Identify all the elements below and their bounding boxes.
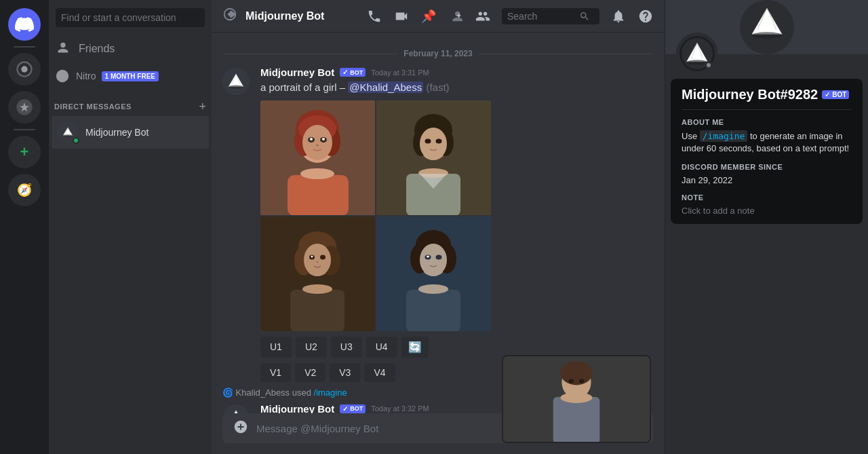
svg-point-12: [302, 125, 332, 160]
date-text: February 11, 2023: [403, 49, 472, 58]
add-friend-icon[interactable]: [448, 8, 464, 24]
profile-name-row: Midjourney Bot#9282 ✓ BOT: [682, 87, 852, 102]
about-me-title: ABOUT ME: [682, 118, 852, 126]
u2-button[interactable]: U2: [296, 337, 327, 358]
message-prefix: a portrait of a girl: [260, 81, 337, 93]
profile-card: Midjourney Bot#9282 ✓ BOT ABOUT ME Use /…: [671, 79, 863, 224]
date-separator: February 11, 2023: [212, 43, 665, 64]
video-icon[interactable]: [393, 8, 410, 24]
portrait-2[interactable]: [376, 100, 491, 215]
v4-button[interactable]: V4: [364, 363, 395, 382]
profile-username: Midjourney Bot#9282: [682, 87, 818, 102]
svg-point-19: [300, 168, 334, 179]
portrait-3[interactable]: [260, 216, 375, 331]
svg-point-49: [436, 254, 442, 259]
svg-point-26: [425, 138, 431, 143]
svg-point-65: [560, 392, 592, 403]
v1-button[interactable]: V1: [260, 363, 291, 382]
u1-button[interactable]: U1: [260, 337, 292, 358]
dm-user-midjourney[interactable]: Midjourney Bot: [52, 116, 209, 149]
server-bar: + 🧭: [0, 0, 49, 454]
inbox-icon[interactable]: [610, 8, 627, 24]
svg-point-2: [63, 134, 73, 137]
svg-point-66: [560, 361, 592, 385]
dm-user-avatar: [57, 121, 79, 143]
svg-point-41: [302, 284, 332, 294]
portrait-1[interactable]: [260, 100, 375, 215]
profile-status-indicator: [705, 61, 713, 69]
member-since-date: Jan 29, 2022: [682, 175, 852, 185]
svg-point-15: [310, 138, 313, 140]
action-buttons-u: U1 U2 U3 U4 🔄: [260, 337, 654, 358]
right-panel: Midjourney Bot#9282 ✓ BOT ABOUT ME Use /…: [665, 0, 868, 454]
server-icon-globe[interactable]: [8, 53, 41, 86]
message-author-2: Midjourney Bot: [260, 403, 334, 413]
search-icon: [579, 11, 590, 22]
top-bar: Midjourney Bot 📌: [212, 0, 665, 33]
add-dm-button[interactable]: +: [199, 100, 206, 113]
server-separator-2: [14, 129, 35, 130]
profile-bot-badge: ✓ BOT: [822, 90, 849, 99]
svg-rect-40: [290, 290, 344, 331]
svg-point-27: [436, 138, 442, 143]
dm-user-name: Midjourney Bot: [85, 127, 149, 138]
svg-point-0: [21, 66, 27, 72]
add-file-icon[interactable]: [233, 419, 248, 438]
svg-rect-64: [553, 397, 600, 443]
server-icon-nitro[interactable]: [8, 91, 41, 124]
svg-point-68: [579, 379, 585, 383]
message-suffix: (fast): [426, 81, 449, 93]
svg-point-35: [304, 244, 331, 276]
add-server-button[interactable]: +: [8, 136, 41, 168]
help-icon[interactable]: [637, 8, 654, 24]
v2-button[interactable]: V2: [295, 363, 326, 382]
note-title: NOTE: [682, 193, 852, 202]
message-avatar-2: [222, 404, 250, 413]
u3-button[interactable]: U3: [331, 337, 362, 358]
dm-sidebar: Friends Nitro 1 MONTH FREE DIRECT MESSAG…: [49, 0, 212, 454]
note-input[interactable]: Click to add a note: [682, 206, 852, 216]
video-thumbnail[interactable]: [502, 355, 651, 443]
svg-rect-51: [406, 290, 460, 331]
search-input[interactable]: [507, 11, 575, 22]
svg-point-37: [320, 254, 326, 259]
call-icon[interactable]: [366, 8, 382, 24]
user-status-dot: [73, 137, 79, 144]
u4-button[interactable]: U4: [366, 337, 397, 358]
svg-point-39: [317, 261, 319, 263]
friends-icon: [54, 41, 71, 57]
discord-home-button[interactable]: [8, 8, 41, 41]
system-user: 🌀 Khalid_Abess used: [222, 387, 314, 398]
svg-point-25: [420, 128, 447, 160]
svg-point-59: [752, 32, 782, 39]
server-separator: [14, 46, 35, 48]
svg-point-16: [322, 138, 325, 140]
member-list-icon[interactable]: [475, 8, 491, 24]
channel-icon: [222, 7, 237, 25]
message-time-2: Today at 3:32 PM: [371, 404, 429, 413]
dm-section-title: DIRECT MESSAGES: [54, 102, 132, 111]
system-command[interactable]: /imagine: [314, 387, 347, 398]
message-group-1: Midjourney Bot ✓ BOT Today at 3:31 PM a …: [212, 64, 665, 385]
member-since-title: DISCORD MEMBER SINCE: [682, 163, 852, 171]
message-time-1: Today at 3:31 PM: [371, 69, 429, 77]
code-highlight: /imagine: [700, 130, 748, 142]
find-conversation-input[interactable]: [56, 8, 205, 27]
search-box[interactable]: [502, 8, 599, 24]
message-author-1: Midjourney Bot: [260, 67, 334, 78]
pin-icon[interactable]: 📌: [420, 8, 437, 24]
bot-badge-1: ✓ BOT: [340, 68, 366, 77]
message-mention[interactable]: @Khalid_Abess: [348, 81, 423, 93]
v3-button[interactable]: V3: [330, 363, 360, 382]
dm-search-bar: [49, 0, 212, 35]
svg-point-52: [418, 284, 448, 294]
refresh-button[interactable]: 🔄: [401, 337, 429, 358]
nitro-nav-item[interactable]: Nitro 1 MONTH FREE: [49, 62, 212, 90]
explore-servers-button[interactable]: 🧭: [8, 174, 41, 206]
nitro-badge: 1 MONTH FREE: [102, 71, 159, 81]
portrait-4[interactable]: [376, 216, 491, 331]
image-grid: [260, 100, 491, 331]
friends-nav-item[interactable]: Friends: [49, 35, 212, 62]
svg-point-4: [229, 86, 243, 89]
dm-section-header: DIRECT MESSAGES +: [49, 90, 212, 115]
